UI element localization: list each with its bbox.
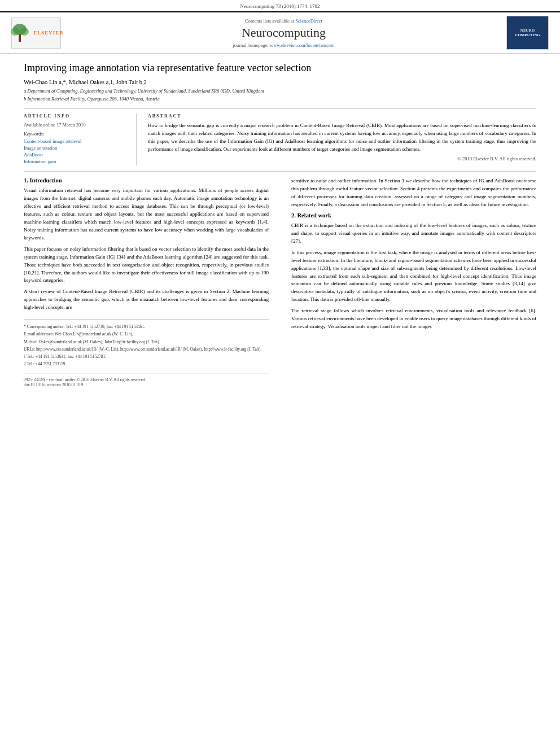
section2-heading: 2. Related work: [291, 212, 536, 219]
abstract-col: ABSTRACT How to bridge the semantic gap …: [137, 113, 536, 165]
keyword-1[interactable]: Content-based image retrieval: [24, 138, 127, 144]
doi-text: Neurocomputing 73 (2010) 1774–1782: [240, 3, 320, 9]
footnote-urls: URLs: http://www.cet.sunderland.ac.uk/IR…: [24, 346, 269, 352]
section1-heading: 1. Introduction: [24, 177, 269, 184]
bottom-bar: 0925-2312/$ - see front matter © 2010 El…: [24, 373, 269, 387]
footnote-email2: Michael.Oakes@sunderland.ac.uk (M. Oakes…: [24, 339, 269, 345]
footnote-2: 2 Tel.: +44 7931 793119.: [24, 361, 269, 367]
keywords-label: Keywords:: [24, 131, 127, 137]
science-direct-line: Contents lists available at ScienceDirec…: [72, 18, 495, 24]
footnotes: * Corresponding author. Tel.: +44 191 51…: [24, 320, 269, 368]
section1-para1: Visual information retrieval has become …: [24, 187, 269, 242]
issn-text: 0925-2312/$ - see front matter © 2010 El…: [24, 377, 146, 387]
keywords-section: Keywords: Content-based image retrieval …: [24, 131, 127, 164]
elsevier-logo: ELSEVIER: [11, 18, 61, 49]
section2-para2: In this process, image segmentation is t…: [291, 249, 536, 304]
section1-para3: A short review of Content-Based Image Re…: [24, 288, 269, 312]
authors-line: Wei-Chao Lin a,*, Michael Oakes a,1, Joh…: [24, 79, 536, 85]
right-column: sensitive to noise and outlier informati…: [286, 177, 536, 387]
section1-right-para1: sensitive to noise and outlier informati…: [291, 177, 536, 209]
available-online: Available online 17 March 2010: [24, 122, 127, 128]
footnote-email: E-mail addresses: Wei-Chao.Lin@sunderlan…: [24, 331, 269, 337]
footnote-star: * Corresponding author. Tel.: +44 191 51…: [24, 324, 269, 330]
doi-bar: Neurocomputing 73 (2010) 1774–1782: [0, 0, 560, 12]
body-section: 1. Introduction Visual information retri…: [24, 177, 536, 387]
footnote-1: 1 Tel.: +44 191 5153631; fax: +44 191 51…: [24, 353, 269, 360]
journal-center-info: Contents lists available at ScienceDirec…: [61, 18, 506, 48]
article-info-abstract-section: ARTICLE INFO Available online 17 March 2…: [24, 108, 536, 165]
journal-top-bar: ELSEVIER Contents lists available at Sci…: [0, 12, 560, 54]
paper-content: Improving image annotation via represent…: [0, 54, 560, 395]
section2-para1: CBIR is a technique based on the extract…: [291, 222, 536, 246]
keyword-2[interactable]: Image annotation: [24, 145, 127, 151]
svg-point-2: [11, 28, 20, 36]
article-info-col: ARTICLE INFO Available online 17 March 2…: [24, 113, 137, 165]
authors-text: Wei-Chao Lin a,*, Michael Oakes a,1, Joh…: [24, 79, 147, 85]
keyword-4[interactable]: Information gain: [24, 159, 127, 164]
affiliations: a Department of Computing, Engineering a…: [24, 88, 536, 103]
left-column: 1. Introduction Visual information retri…: [24, 177, 274, 387]
section-divider: [24, 171, 536, 172]
journal-homepage: journal homepage: www.elsevier.com/locat…: [72, 42, 495, 48]
section1-para2: This paper focuses on noisy information …: [24, 246, 269, 285]
issn-line: 0925-2312/$ - see front matter © 2010 El…: [24, 377, 146, 382]
keyword-3[interactable]: AdaBoost: [24, 152, 127, 158]
copyright-line: © 2010 Elsevier B.V. All rights reserved…: [148, 156, 536, 161]
article-info-label: ARTICLE INFO: [24, 113, 127, 119]
affil-a: a Department of Computing, Engineering a…: [24, 88, 536, 95]
elsevier-text: ELSEVIER: [33, 30, 64, 36]
homepage-link[interactable]: www.elsevier.com/locate/neucom: [270, 42, 335, 48]
doi-line: doi:10.1016/j.neucom.2010.01.019: [24, 382, 146, 387]
abstract-text: How to bridge the semantic gap is curren…: [148, 122, 536, 154]
affil-b: b Information Retrieval Facility, Opengu…: [24, 96, 536, 103]
abstract-label: ABSTRACT: [148, 113, 536, 119]
science-direct-link[interactable]: ScienceDirect: [295, 18, 322, 24]
svg-rect-1: [19, 34, 21, 42]
svg-point-3: [20, 28, 29, 36]
section2-para3: The retrieval stage follows which involv…: [291, 307, 536, 331]
journal-header-bar: Neurocomputing 73 (2010) 1774–1782 ELSEV…: [0, 0, 560, 54]
neurocomputing-logo: NEUROCOMPUTING: [506, 16, 549, 50]
paper-title: Improving image annotation via represent…: [24, 62, 536, 75]
journal-title: Neurocomputing: [72, 25, 495, 40]
